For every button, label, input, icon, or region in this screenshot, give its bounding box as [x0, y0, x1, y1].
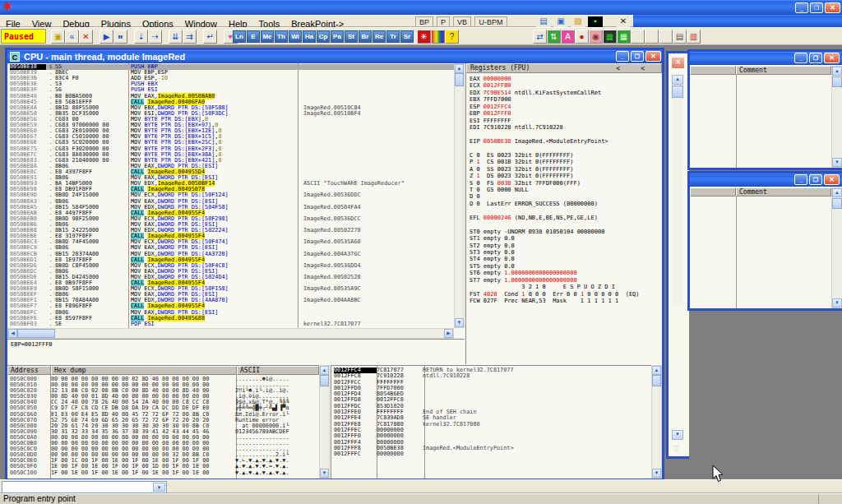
spiral-icon[interactable]: ◉ — [589, 30, 603, 44]
swap-icon[interactable]: ⇄ — [533, 30, 547, 44]
minimize-button[interactable]: _ — [795, 2, 808, 13]
animate-over-icon[interactable]: ⇉ — [183, 30, 197, 44]
register-line[interactable]: ST2 empty 0.0 — [470, 243, 640, 249]
cpu-titlebar[interactable]: C CPU - main thread, module ImageRed _ ❐… — [7, 50, 662, 63]
view-button-ha[interactable]: Ha — [303, 30, 316, 43]
empty-button[interactable] — [659, 30, 673, 44]
register-line[interactable]: ST0 empty -UNORM B938 01050104 00000000 — [470, 229, 640, 235]
register-line[interactable]: EDX 7C90E514 ntdll.KiFastSystemCallRet — [470, 90, 640, 96]
maximize-button[interactable]: ❐ — [809, 53, 822, 63]
dump-header-hex[interactable]: Hex dump — [51, 366, 237, 375]
save-icon[interactable]: ▣ — [553, 16, 568, 27]
dump-pane[interactable]: Address Hex dump ASCII 0050C00000 00 00 … — [7, 365, 319, 479]
view-button-st[interactable]: St — [345, 30, 358, 43]
disasm-row[interactable]: 0050BEFE.E8 8597F8FFCALL ImageRed.004956… — [10, 316, 454, 321]
disasm-row[interactable]: 0050BE83.C683 21040000 00MOV BYTE PTR DS… — [10, 158, 454, 164]
view-button-ln[interactable]: Ln — [233, 30, 246, 43]
stack-row[interactable]: 0012FFC87C910228ntdll.7C910228 — [334, 373, 514, 379]
cpu-close-button[interactable]: ✕ — [645, 51, 661, 62]
stack-row[interactable]: 0012FFEC00000000 — [334, 428, 514, 433]
pause-icon[interactable]: ▮▮ — [113, 30, 127, 44]
register-line[interactable] — [470, 207, 640, 214]
view-button-sr[interactable]: Sr — [400, 30, 414, 43]
disassembly-pane[interactable]: 0050BE38$55PUSH EBP0050BE39.8BECMOV EBP,… — [7, 63, 454, 328]
comment-window-1-col-blank[interactable] — [690, 66, 736, 75]
disasm-row[interactable]: 0050BE9D.8B0D 24F15000MOV ECX,DWORD PTR … — [10, 192, 454, 198]
comment-window-1-titlebar[interactable]: _ ❐ ✕ — [690, 52, 842, 65]
stack-row[interactable]: 0012FFE87C817080kernel32.7C817080 — [334, 422, 514, 428]
register-line[interactable] — [470, 132, 640, 138]
help-icon[interactable]: ? — [445, 30, 459, 44]
register-line[interactable]: ST1 empty 0.0 — [470, 235, 640, 242]
view-button-tr[interactable]: Tr — [386, 30, 400, 43]
register-line[interactable]: FCW 027F Prec NEAR,53 Mask 1 1 1 1 1 1 — [470, 298, 640, 304]
register-line[interactable]: EFL 00000246 (NO,NB,E,BE,NS,PE,GE,LE) — [470, 215, 640, 221]
disassembly-hscrollbar[interactable]: ◀ ▶ — [7, 328, 454, 339]
step-into-icon[interactable]: ⇣ — [134, 30, 148, 44]
view-button-e[interactable]: E — [247, 30, 260, 43]
scroll-thumb[interactable] — [652, 375, 661, 386]
scroll-right-icon[interactable]: ▶ — [444, 329, 453, 338]
comment-window-1-col-header[interactable]: Comment — [736, 66, 831, 75]
view-button-th[interactable]: Th — [275, 30, 288, 43]
comment-window-2-titlebar[interactable]: _ ❐ ✕ — [690, 173, 842, 187]
step-over-icon[interactable]: ⇢ — [148, 30, 162, 44]
dump-header-address[interactable]: Address — [7, 366, 51, 375]
scroll-down-icon[interactable]: ▼ — [832, 158, 842, 167]
console-icon[interactable]: ▪ — [588, 16, 603, 27]
folder-icon[interactable]: ▨ — [571, 16, 585, 27]
register-line[interactable]: ST7 empty 1.0000000000000000000 — [470, 277, 640, 284]
dump-vscrollbar[interactable]: ▲ ▼ — [319, 365, 330, 479]
scroll-thumb[interactable] — [17, 329, 55, 338]
hidden-window-sliver[interactable]: ✕ ▲ ▼ ░ — [666, 51, 689, 459]
dump-header-ascii[interactable]: ASCII — [237, 366, 319, 375]
register-line[interactable]: C 0 ES 0023 32bit 0(FFFFFFFF) — [470, 152, 640, 159]
register-line[interactable]: O 0 LastErr ERROR_SUCCESS (00000000) — [470, 201, 640, 207]
run-icon[interactable]: ▶ — [99, 30, 113, 44]
disasm-row[interactable]: 0050BE3E.53PUSH EBX — [10, 81, 454, 87]
menu-button-bp[interactable]: BP — [415, 16, 433, 27]
registers-next-icon[interactable]: < — [641, 65, 645, 73]
restart-icon[interactable]: « — [65, 30, 79, 44]
list-icon[interactable]: ▤ — [673, 30, 687, 44]
close-button[interactable]: ✕ — [824, 174, 840, 185]
scroll-up-icon[interactable]: ▲ — [455, 64, 464, 73]
register-line[interactable]: ST5 empty 0.0 — [470, 263, 640, 270]
stack-row[interactable]: 0012FFD48054B6ED — [334, 391, 514, 397]
comment-window-2-col-blank[interactable] — [690, 187, 736, 197]
disasm-row[interactable]: 0050BEF7.E8 F896F8FFCALL ImageRed.004955… — [10, 303, 454, 309]
scroll-down-icon[interactable]: ▼ — [320, 469, 329, 478]
register-line[interactable]: ST6 empty 1.0000000000000000000 — [470, 270, 640, 276]
register-line[interactable]: P 1 CS 001B 32bit 0(FFFFFFFF) — [470, 159, 640, 165]
animate-into-icon[interactable]: ⇊ — [169, 30, 183, 44]
register-line[interactable]: A 0 SS 0023 32bit 0(FFFFFFFF) — [470, 166, 640, 173]
register-line[interactable] — [470, 145, 640, 151]
empty-button[interactable] — [645, 30, 659, 44]
close-button[interactable]: ✕ — [825, 2, 840, 13]
view-button-re[interactable]: Re — [372, 30, 386, 43]
stack-row[interactable]: 0012FFD80012FFC8 — [334, 397, 514, 403]
menu-button-vb[interactable]: VB — [453, 16, 471, 27]
registers-pane[interactable]: Registers (FPU) < < EAX 00000000ECX 0012… — [465, 63, 662, 364]
register-line[interactable]: EDI 7C910228 ntdll.7C910228 — [470, 124, 640, 131]
maximize-button[interactable]: ❐ — [809, 174, 822, 185]
scroll-up-icon[interactable]: ▲ — [832, 188, 842, 197]
scroll-down-icon[interactable]: ▼ — [652, 469, 661, 478]
close-program-icon[interactable]: ✕ — [79, 30, 93, 44]
scroll-thumb[interactable] — [320, 375, 329, 386]
scroll-thumb[interactable] — [455, 73, 464, 86]
disasm-row[interactable]: 0050BF03.5EPOP ESIkernel32.7C817077 — [10, 321, 454, 327]
close-button[interactable]: ✕ — [824, 53, 840, 63]
resize-grip[interactable]: ░ — [673, 445, 683, 453]
menu-button-p[interactable]: P — [437, 16, 450, 27]
stack-row[interactable]: 0012FFFC00000000 — [334, 451, 514, 457]
view-button-br[interactable]: Br — [359, 30, 372, 43]
register-line[interactable]: Z 1 DS 0023 32bit 0(FFFFFFFF) — [470, 173, 640, 179]
gear-icon[interactable]: ✳ — [417, 30, 431, 44]
screen-icon[interactable]: ▦ — [617, 30, 631, 44]
disasm-row[interactable]: 0050BEE9.8B0D 58F15000MOV ECX,DWORD PTR … — [10, 286, 454, 292]
scroll-up-icon[interactable]: ▲ — [320, 366, 329, 375]
log-icon[interactable]: ▤ — [536, 16, 551, 27]
register-line[interactable] — [470, 221, 640, 228]
breakpoint-ball-icon[interactable]: ● — [575, 30, 589, 44]
